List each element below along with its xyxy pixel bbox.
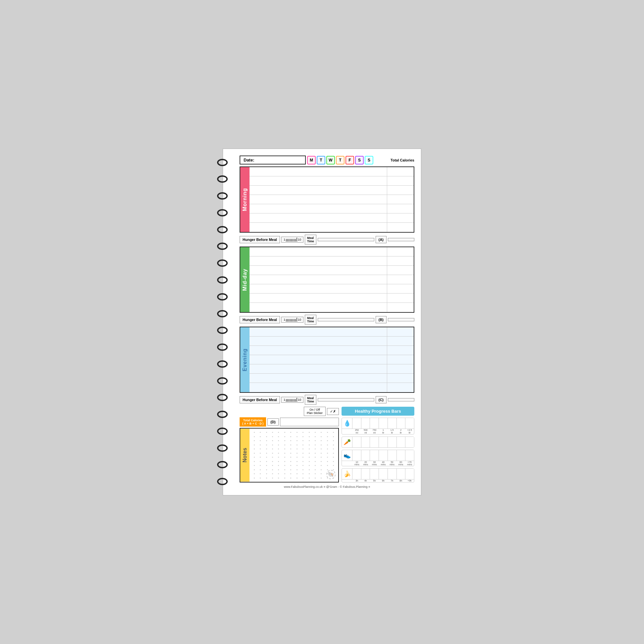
morning-row-2[interactable]	[250, 176, 414, 186]
morning-cal-6[interactable]	[387, 213, 414, 222]
midday-cal-1[interactable]	[387, 247, 414, 256]
meal-time-input-b[interactable]	[318, 318, 374, 321]
exercise-cell-6[interactable]	[397, 450, 406, 461]
morning-food-2[interactable]	[250, 176, 387, 185]
sleep-cell-2[interactable]	[361, 469, 370, 479]
day-sunday[interactable]: S	[365, 156, 373, 164]
midday-cal-2[interactable]	[387, 256, 414, 265]
water-cell-5[interactable]	[388, 418, 397, 429]
evening-row-5[interactable]	[250, 364, 414, 374]
day-saturday[interactable]: S	[355, 156, 364, 164]
exercise-cell-7[interactable]	[405, 450, 414, 461]
evening-cal-4[interactable]	[387, 355, 414, 364]
evening-food-5[interactable]	[250, 364, 387, 373]
meal-time-input-c[interactable]	[318, 398, 374, 401]
midday-cal-5[interactable]	[387, 284, 414, 293]
sleep-cell-7[interactable]	[405, 469, 414, 479]
midday-row-6[interactable]	[250, 294, 414, 303]
midday-food-3[interactable]	[250, 266, 387, 275]
morning-food-4[interactable]	[250, 195, 387, 204]
evening-food-3[interactable]	[250, 346, 387, 355]
exercise-cell-1[interactable]	[352, 450, 361, 461]
morning-cal-2[interactable]	[387, 176, 414, 185]
sleep-cell-6[interactable]	[397, 469, 406, 479]
sleep-cell-4[interactable]	[379, 469, 388, 479]
veg-cell-1[interactable]	[352, 437, 361, 447]
check-cross-box[interactable]: ✓✗	[327, 408, 339, 415]
meal-cal-c[interactable]	[388, 398, 414, 401]
evening-cal-5[interactable]	[387, 364, 414, 373]
water-cell-6[interactable]	[397, 418, 406, 429]
exercise-cell-4[interactable]	[379, 450, 388, 461]
midday-row-7[interactable]	[250, 303, 414, 312]
midday-cal-6[interactable]	[387, 294, 414, 302]
exercise-cell-2[interactable]	[361, 450, 370, 461]
morning-row-4[interactable]	[250, 195, 414, 204]
morning-cal-3[interactable]	[387, 186, 414, 195]
veg-cell-7[interactable]	[405, 437, 414, 447]
evening-row-7[interactable]	[250, 383, 414, 392]
meal-cal-b[interactable]	[388, 318, 414, 321]
day-monday[interactable]: M	[307, 156, 316, 164]
midday-row-1[interactable]	[250, 247, 414, 256]
evening-cal-6[interactable]	[387, 374, 414, 383]
morning-food-6[interactable]	[250, 213, 387, 222]
midday-cal-3[interactable]	[387, 266, 414, 275]
midday-row-4[interactable]	[250, 275, 414, 284]
evening-food-6[interactable]	[250, 374, 387, 383]
midday-row-5[interactable]	[250, 284, 414, 294]
exercise-cell-5[interactable]	[388, 450, 397, 461]
water-cell-1[interactable]	[352, 418, 361, 429]
morning-row-5[interactable]	[250, 204, 414, 213]
date-box[interactable]: Date:	[240, 156, 306, 164]
evening-row-6[interactable]	[250, 374, 414, 383]
evening-cal-7[interactable]	[387, 383, 414, 392]
evening-cal-2[interactable]	[387, 337, 414, 345]
meal-time-input-a[interactable]	[318, 238, 374, 241]
morning-cal-7[interactable]	[387, 223, 414, 232]
midday-food-2[interactable]	[250, 256, 387, 265]
morning-food-1[interactable]	[250, 167, 387, 176]
evening-row-3[interactable]	[250, 346, 414, 355]
notes-content[interactable]: // We'll create dots via JS below 🐚	[250, 429, 338, 482]
water-cell-4[interactable]	[379, 418, 388, 429]
sleep-cell-1[interactable]	[352, 469, 361, 479]
evening-food-2[interactable]	[250, 337, 387, 345]
morning-cal-1[interactable]	[387, 167, 414, 176]
veg-cell-5[interactable]	[388, 437, 397, 447]
midday-row-2[interactable]	[250, 256, 414, 266]
morning-row-7[interactable]	[250, 223, 414, 232]
midday-row-3[interactable]	[250, 266, 414, 275]
veg-cell-4[interactable]	[379, 437, 388, 447]
meal-cal-a[interactable]	[388, 238, 414, 241]
veg-cell-6[interactable]	[397, 437, 406, 447]
exercise-cell-3[interactable]	[370, 450, 379, 461]
day-tuesday[interactable]: T	[317, 156, 325, 164]
midday-food-1[interactable]	[250, 247, 387, 256]
day-thursday[interactable]: T	[336, 156, 345, 164]
evening-food-1[interactable]	[250, 327, 387, 336]
sleep-cell-3[interactable]	[370, 469, 379, 479]
morning-cal-5[interactable]	[387, 204, 414, 213]
evening-row-4[interactable]	[250, 355, 414, 364]
evening-food-7[interactable]	[250, 383, 387, 392]
evening-cal-3[interactable]	[387, 346, 414, 355]
morning-cal-4[interactable]	[387, 195, 414, 204]
veg-cell-3[interactable]	[370, 437, 379, 447]
day-wednesday[interactable]: W	[326, 156, 335, 164]
midday-food-5[interactable]	[250, 284, 387, 293]
midday-food-6[interactable]	[250, 294, 387, 302]
morning-food-3[interactable]	[250, 186, 387, 195]
sleep-cell-5[interactable]	[388, 469, 397, 479]
total-d-input[interactable]	[280, 418, 339, 426]
morning-row-1[interactable]	[250, 167, 414, 176]
evening-cal-1[interactable]	[387, 327, 414, 336]
evening-row-1[interactable]	[250, 327, 414, 337]
morning-food-7[interactable]	[250, 223, 387, 232]
water-cell-3[interactable]	[370, 418, 379, 429]
veg-cell-2[interactable]	[361, 437, 370, 447]
water-cell-2[interactable]	[361, 418, 370, 429]
day-friday[interactable]: F	[345, 156, 354, 164]
morning-food-5[interactable]	[250, 204, 387, 213]
midday-food-4[interactable]	[250, 275, 387, 284]
